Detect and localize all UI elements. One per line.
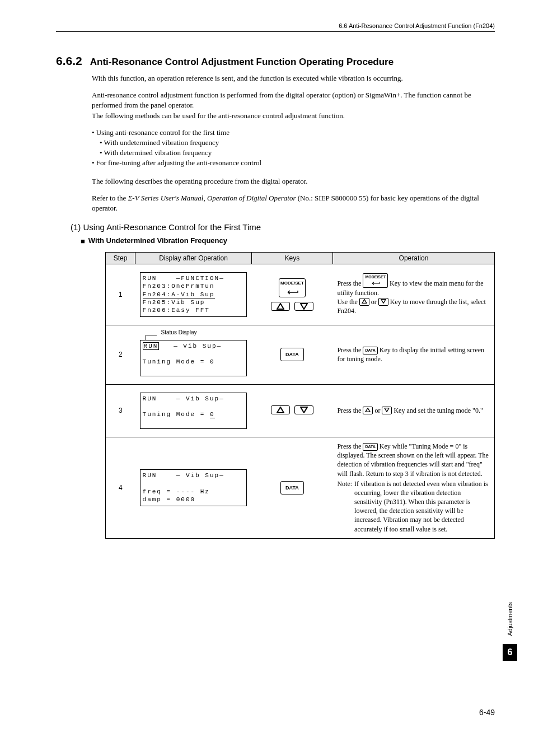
bullet-list: • Using anti-resonance control for the f… <box>92 128 495 169</box>
down-key-icon <box>294 405 313 414</box>
lcd-screen: RUN — Vib Sup— Tuning Mode = 0 <box>140 393 247 429</box>
square-bullet-icon: ■ <box>81 237 85 245</box>
step-cell: 3 <box>106 384 135 437</box>
inline-down-key-icon <box>382 407 392 414</box>
keys-cell <box>251 384 332 437</box>
section-number: 6.6.2 <box>56 54 82 67</box>
para-methods: Anti-resonance control adjustment functi… <box>92 90 495 121</box>
keys-cell: MODE/SET <box>251 264 332 325</box>
table-row: 1 RUN —FUNCTION— Fn203:OnePrmTun Fn204:A… <box>106 264 495 325</box>
para-methods-a: Anti-resonance control adjustment functi… <box>92 91 471 109</box>
lcd-screen: RUN — Vib Sup— freq = ---- Hz damp = 000… <box>140 469 247 506</box>
step-cell: 1 <box>106 264 135 325</box>
bullet-1b: • With determined vibration frequency <box>100 148 495 158</box>
step-cell: 4 <box>106 437 135 538</box>
op-text: Key and set the tuning mode "0." <box>392 407 483 414</box>
down-key-icon <box>294 302 313 311</box>
section-heading: 6.6.2Anti-Resonance Control Adjustment F… <box>56 54 495 68</box>
para-refer-a: Refer to the <box>92 194 128 202</box>
lcd-screen: RUN —FUNCTION— Fn203:OnePrmTun Fn204:A-V… <box>140 272 247 316</box>
sub1-num: (1) <box>71 222 81 232</box>
op-text: or <box>373 407 382 414</box>
return-arrow-icon <box>285 290 299 295</box>
procedure-table: Step Display after Operation Keys Operat… <box>105 252 495 539</box>
status-connector-icon <box>146 335 157 335</box>
modeset-key-icon: MODE/SET <box>279 278 306 297</box>
table-row: 3 RUN — Vib Sup— Tuning Mode = 0 Press t… <box>106 384 495 437</box>
inline-up-key-icon <box>359 298 369 306</box>
operation-cell: Press the MODE/SET Key to view the main … <box>332 264 494 325</box>
note-body: If vibration is not detected even when v… <box>354 479 490 534</box>
running-header: 6.6 Anti-Resonance Control Adjustment Fu… <box>56 22 495 32</box>
inline-down-key-icon <box>378 298 388 306</box>
lcd-underlined-digit: 0 <box>210 411 215 418</box>
lcd-line <box>143 351 148 357</box>
inline-up-key-icon <box>363 407 373 414</box>
op-text: Press the <box>337 279 363 287</box>
subsubheading: ■With Undetermined Vibration Frequency <box>81 236 495 245</box>
lcd-line: — Vib Sup— <box>159 343 222 349</box>
up-key-icon <box>271 405 290 414</box>
lcd-line <box>143 403 148 410</box>
lcd-screen: RUN — Vib Sup— Tuning Mode = 0 <box>140 340 247 376</box>
op-text: Press the <box>337 442 363 450</box>
lcd-line: Tuning Mode = <box>143 411 210 418</box>
op-text: Use the <box>337 298 359 306</box>
para-intro: With this function, an operation referen… <box>92 73 495 83</box>
up-key-icon <box>271 302 290 311</box>
note-block: Note: If vibration is not detected even … <box>337 479 490 534</box>
para-methods-b: The following methods can be used for th… <box>92 111 345 120</box>
lcd-line: RUN — Vib Sup— <box>143 472 224 479</box>
bullet-1a: • With undetermined vibration frequency <box>100 138 495 148</box>
op-text: Press the <box>337 346 363 354</box>
keys-cell: DATA <box>251 325 332 384</box>
display-cell: Status Display RUN — Vib Sup— Tuning Mod… <box>135 325 252 384</box>
op-text: Press the <box>337 407 363 414</box>
lcd-line: Tuning Mode = 0 <box>143 358 215 365</box>
lcd-line: freq = ---- Hz <box>143 488 210 495</box>
inline-data-key-icon: DATA <box>363 347 377 354</box>
th-step: Step <box>106 253 135 264</box>
th-keys: Keys <box>251 253 332 264</box>
side-tab-label: Adjustments <box>507 602 513 636</box>
step-cell: 2 <box>106 325 135 384</box>
subheading-1: (1) Using Anti-Resonance Control for the… <box>71 222 495 232</box>
keys-cell: DATA <box>251 437 332 538</box>
operation-cell: Press the or Key and set the tuning mode… <box>332 384 494 437</box>
para-refer: Refer to the Σ-V Series User's Manual, O… <box>92 193 495 213</box>
section-title: Anti-Resonance Control Adjustment Functi… <box>90 57 394 67</box>
display-cell: RUN — Vib Sup— Tuning Mode = 0 <box>135 384 252 437</box>
inline-modeset-key-icon: MODE/SET <box>363 273 388 288</box>
table-row: 2 Status Display RUN — Vib Sup— Tuning M… <box>106 325 495 384</box>
note-label: Note: <box>337 479 352 534</box>
data-key-icon: DATA <box>280 481 304 494</box>
sub1-title: Using Anti-Resonance Control for the Fir… <box>83 222 261 232</box>
op-text: or <box>369 298 378 306</box>
operation-cell: Press the DATA Key to display the initia… <box>332 325 494 384</box>
inline-data-key-icon: DATA <box>363 443 377 451</box>
th-display: Display after Operation <box>135 253 252 264</box>
lcd-line: RUN — Vib Sup— <box>143 395 224 402</box>
bullet-2: • For fine-tuning after adjusting the an… <box>92 158 495 168</box>
bullet-1: • Using anti-resonance control for the f… <box>92 128 495 138</box>
data-key-icon: DATA <box>280 348 304 361</box>
lcd-line <box>143 480 148 487</box>
sub2-text: With Undetermined Vibration Frequency <box>88 236 227 245</box>
display-cell: RUN —FUNCTION— Fn203:OnePrmTun Fn204:A-V… <box>135 264 252 325</box>
display-cell: RUN — Vib Sup— freq = ---- Hz damp = 000… <box>135 437 252 538</box>
page-number: 6-49 <box>479 708 495 717</box>
operation-cell: Press the DATA Key while "Tuning Mode = … <box>332 437 494 538</box>
status-connector-icon <box>146 335 146 340</box>
side-tab: Adjustments 6 <box>503 602 517 661</box>
th-operation: Operation <box>332 253 494 264</box>
lcd-line: damp = 0000 <box>143 496 196 503</box>
table-row: 4 RUN — Vib Sup— freq = ---- Hz damp = 0… <box>106 437 495 538</box>
para-describe: The following describes the operating pr… <box>92 176 495 186</box>
modeset-label: MODE/SET <box>280 281 304 286</box>
para-refer-italic: Σ-V Series User's Manual, Operation of D… <box>128 194 296 202</box>
side-tab-number: 6 <box>503 644 517 661</box>
status-display-label: Status Display <box>160 329 198 335</box>
lcd-run-box: RUN <box>143 342 160 350</box>
